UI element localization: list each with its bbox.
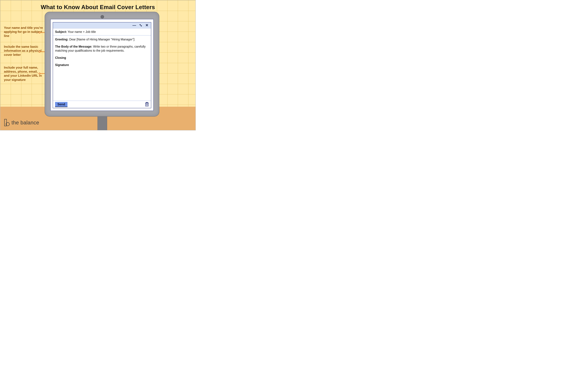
brand-mark-icon xyxy=(4,119,10,126)
brand-name: the balance xyxy=(12,120,39,126)
body-description: The Body of the Message: Write two or th… xyxy=(55,44,149,53)
greeting-label: Greeting: xyxy=(55,38,68,41)
page-title: What to Know About Email Cover Letters xyxy=(0,4,196,10)
body-label: The Body of the Message: xyxy=(55,45,92,48)
screen: — ⤢ ✕ Subject: Your name + Job title Gre… xyxy=(50,19,154,111)
brand-logo: the balance xyxy=(4,119,39,126)
svg-rect-4 xyxy=(145,103,149,103)
window-titlebar: — ⤢ ✕ xyxy=(53,22,151,28)
monitor-stand xyxy=(98,116,107,130)
subject-label: Subject: xyxy=(55,30,67,34)
subject-row[interactable]: Subject: Your name + Job title xyxy=(53,28,151,36)
message-body-area[interactable]: Greeting: Dear [Name of Hiring Manager “… xyxy=(53,36,151,100)
annotation-body-tip: Include the same basic information as a … xyxy=(4,44,43,57)
compose-window: — ⤢ ✕ Subject: Your name + Job title Gre… xyxy=(53,22,151,108)
camera-dot xyxy=(101,15,104,18)
greeting-line: Greeting: Dear [Name of Hiring Manager “… xyxy=(55,38,149,42)
trash-icon[interactable] xyxy=(145,102,149,106)
svg-rect-5 xyxy=(146,102,148,103)
signature-label: Signature xyxy=(55,63,149,67)
close-icon[interactable]: ✕ xyxy=(145,23,148,28)
compose-footer: Send xyxy=(53,100,151,108)
closing-label: Closing xyxy=(55,56,149,60)
monitor-frame: — ⤢ ✕ Subject: Your name + Job title Gre… xyxy=(45,12,159,116)
greeting-value: Dear [Name of Hiring Manager “Hiring Man… xyxy=(69,38,135,41)
expand-icon[interactable]: ⤢ xyxy=(139,23,142,28)
send-button[interactable]: Send xyxy=(55,102,68,107)
minimize-icon[interactable]: — xyxy=(133,23,136,28)
infographic-canvas: What to Know About Email Cover Letters Y… xyxy=(0,0,196,130)
subject-value: Your name + Job title xyxy=(68,30,96,34)
annotation-subject-tip: Your name and title you're applying for … xyxy=(4,26,43,38)
annotation-signature-tip: Include your full name, address, phone, … xyxy=(4,66,43,82)
